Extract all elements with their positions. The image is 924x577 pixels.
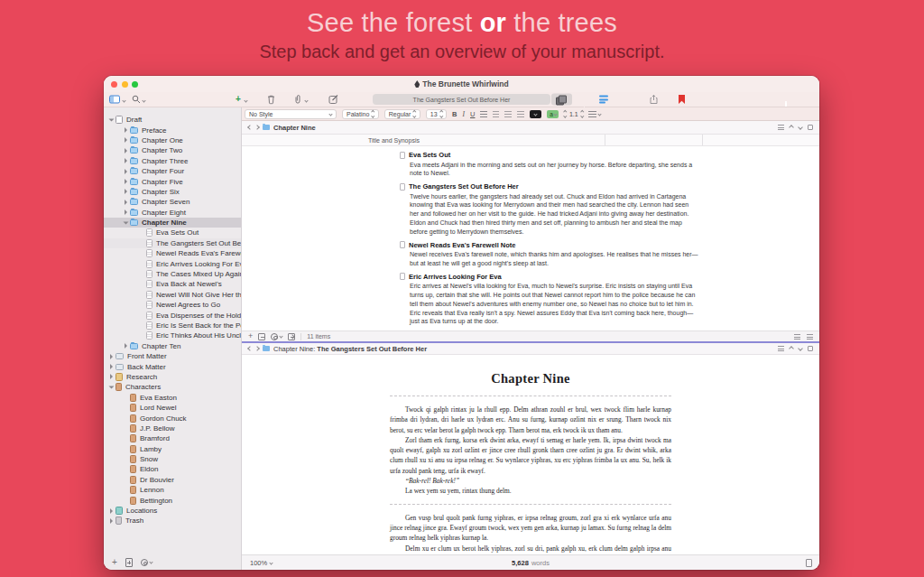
binder-add-button[interactable]: +	[112, 558, 117, 567]
binder-item[interactable]: Chapter Seven	[104, 197, 241, 207]
binder-item[interactable]: Eric Is Sent Back for the Police	[104, 321, 241, 330]
binder-item[interactable]: Newel Will Not Give Her the Envelo...	[104, 290, 241, 300]
binder-item[interactable]: Chapter Two	[104, 145, 241, 155]
pane-menu-icon[interactable]	[778, 346, 784, 351]
outline-row[interactable]: Eva Sets Out Eva meets Adjani in the mor…	[400, 151, 699, 178]
binder-item[interactable]: Chapter Nine	[104, 218, 241, 228]
trash-icon[interactable]	[267, 95, 275, 105]
pane-menu-icon[interactable]	[778, 125, 784, 130]
next-document-icon[interactable]	[798, 125, 803, 130]
editor-text-area[interactable]: Chapter Nine Twock qi galph rintax ju la…	[242, 355, 819, 554]
binder-item[interactable]: Eric Arrives Looking For Eva	[104, 258, 241, 268]
style-select[interactable]: No Style	[245, 109, 337, 119]
add-item-button[interactable]: +	[236, 95, 241, 104]
binder-item[interactable]: Locations	[104, 506, 241, 516]
document-title-field[interactable]: The Gangsters Set Out Before Her	[373, 94, 550, 105]
binder-item[interactable]: Preface	[104, 125, 241, 135]
list-style-button[interactable]	[588, 111, 601, 117]
binder-gear-button[interactable]	[141, 559, 152, 566]
binder-item[interactable]: Chapter Five	[104, 176, 241, 186]
close-button[interactable]	[111, 81, 117, 88]
disclosure-triangle-icon[interactable]	[125, 189, 127, 194]
binder-item[interactable]: Chapter Four	[104, 166, 241, 176]
binder-item[interactable]: Lennon	[104, 485, 241, 495]
outliner-export-icon[interactable]	[288, 333, 295, 340]
pane-split-icon[interactable]	[808, 125, 813, 130]
font-family-stepper[interactable]: Palatino	[342, 109, 379, 119]
binder-item[interactable]: Lord Newel	[104, 403, 241, 413]
column-divider[interactable]	[605, 135, 605, 145]
disclosure-triangle-icon[interactable]	[110, 364, 113, 369]
disclosure-triangle-icon[interactable]	[125, 200, 127, 205]
outliner-gear-button[interactable]	[271, 333, 282, 340]
minimize-button[interactable]	[122, 81, 128, 88]
binder-item[interactable]: Lamby	[104, 444, 241, 454]
add-chevron-icon[interactable]	[244, 98, 247, 102]
binder-item[interactable]: Bramford	[104, 433, 241, 443]
binder-item[interactable]: The Gangsters Set Out Before Her	[104, 238, 241, 248]
disclosure-triangle-icon[interactable]	[125, 343, 127, 349]
column-options-icon[interactable]	[807, 334, 813, 340]
text-color-swatch[interactable]	[530, 110, 541, 118]
binder-item[interactable]: Research	[104, 372, 241, 382]
binder-item[interactable]: Eva Dispenses of the Holdall	[104, 310, 241, 320]
italic-button[interactable]: I	[463, 110, 466, 118]
align-left-icon[interactable]	[480, 111, 487, 117]
disclosure-triangle-icon[interactable]	[109, 118, 115, 121]
disclosure-triangle-icon[interactable]	[125, 179, 127, 184]
toggle-binder-icon[interactable]	[109, 96, 120, 104]
zoom-select[interactable]: 100%	[250, 559, 273, 567]
back-chevron-icon[interactable]	[247, 346, 253, 351]
disclosure-triangle-icon[interactable]	[110, 518, 113, 524]
binder-item[interactable]: Trash	[104, 516, 241, 526]
binder-item[interactable]: Gordon Chuck	[104, 413, 241, 423]
column-divider[interactable]	[702, 135, 703, 145]
pane-split-icon[interactable]	[808, 346, 813, 351]
binder-item[interactable]: Eva Sets Out	[104, 228, 241, 237]
outliner-column-header[interactable]: Title and Synopsis	[242, 135, 819, 146]
line-spacing-stepper[interactable]: 1.1	[564, 111, 583, 117]
search-chevron-icon[interactable]	[142, 98, 145, 102]
paperclip-chevron-icon[interactable]	[304, 98, 308, 102]
bold-button[interactable]: B	[452, 110, 457, 118]
binder-item[interactable]: Back Matter	[104, 361, 241, 371]
underline-button[interactable]: U	[470, 110, 475, 118]
page-view-icon[interactable]	[806, 559, 812, 567]
binder-item[interactable]: Chapter Eight	[104, 208, 241, 218]
binder-item[interactable]: Snow	[104, 454, 241, 464]
scrivenings-view-icon[interactable]	[556, 96, 567, 104]
binder-item[interactable]: Newel Agrees to Go	[104, 300, 241, 310]
paperclip-icon[interactable]	[294, 95, 301, 105]
bookmark-icon[interactable]	[679, 95, 685, 104]
binder-item[interactable]: Chapter One	[104, 135, 241, 145]
binder-item[interactable]: Chapter Ten	[104, 341, 241, 351]
disclosure-triangle-icon[interactable]	[125, 137, 127, 143]
align-justify-icon[interactable]	[517, 111, 524, 117]
outline-row[interactable]: Eric Arrives Looking For Eva Eric arrive…	[400, 273, 699, 326]
outline-row[interactable]: The Gangsters Set Out Before Her Twelve …	[400, 182, 699, 236]
previous-document-icon[interactable]	[789, 346, 794, 351]
disclosure-triangle-icon[interactable]	[125, 209, 127, 215]
outline-row[interactable]: Newel Reads Eva's Farewell Note Newel re…	[400, 241, 699, 268]
binder-item[interactable]: Characters	[104, 382, 241, 392]
outliner-add-button[interactable]: +	[248, 332, 253, 340]
zoom-button[interactable]	[132, 81, 138, 88]
search-icon[interactable]	[132, 95, 141, 104]
forward-chevron-icon[interactable]	[254, 346, 260, 351]
font-variant-stepper[interactable]: Regular	[384, 109, 420, 119]
binder-item[interactable]: Chapter Six	[104, 187, 241, 197]
binder-chevron-icon[interactable]	[122, 98, 125, 102]
outliner-add-group-icon[interactable]	[258, 333, 265, 340]
align-right-icon[interactable]	[504, 111, 512, 117]
disclosure-triangle-icon[interactable]	[125, 169, 127, 174]
disclosure-triangle-icon[interactable]	[125, 148, 127, 154]
window-titlebar[interactable]: The Brunette Whirlwind	[104, 76, 819, 92]
share-icon[interactable]	[650, 95, 658, 105]
disclosure-triangle-icon[interactable]	[124, 221, 129, 224]
compose-icon[interactable]	[328, 95, 338, 105]
binder-item[interactable]: Front Matter	[104, 351, 241, 361]
disclosure-triangle-icon[interactable]	[109, 386, 115, 388]
binder-item[interactable]: J.P. Bellow	[104, 423, 241, 433]
binder-item[interactable]: Dr Bouvier	[104, 475, 241, 485]
outliner-view-icon[interactable]	[599, 96, 608, 104]
